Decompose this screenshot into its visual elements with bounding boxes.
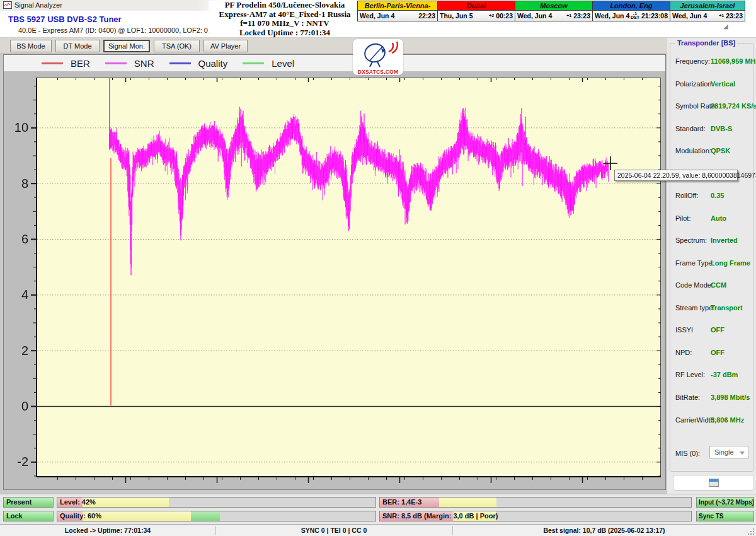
site-info-line-2: Express-AM7 at 40°E_Fixed-1 Russia — [209, 10, 361, 20]
transponder-row: ISSYIOFF — [670, 326, 754, 336]
transponder-row-value: Auto — [711, 214, 726, 222]
transponder-row: Frequency:11069,959 MHz — [670, 57, 754, 67]
level-bar: Level: 42% — [57, 497, 376, 508]
mis-label: MIS (0): — [675, 450, 700, 457]
site-info-line-3: f=11 070 MHz_V : NNTV — [209, 19, 361, 28]
lock-bar: Lock — [3, 511, 54, 521]
transponder-row-value: 3,806 MHz — [711, 416, 744, 424]
mis-dropdown[interactable]: Single — [709, 446, 748, 459]
ber-bar: BER: 1,4E-3 — [379, 497, 692, 508]
transponder-row-value: Long Frame — [711, 259, 750, 267]
zoom-grip-icon[interactable]: ◢ — [723, 23, 728, 30]
transponder-row-value: 2819,724 KS/s — [711, 102, 756, 110]
legend-line-icon — [42, 62, 63, 64]
clock-body: Wed, Jun 4-1DST21:23:08 — [593, 11, 670, 21]
chart-tooltip: 2025-06-04 22.20.59, value: 8,6000003814… — [614, 170, 738, 181]
tab-av-player[interactable]: AV Player — [203, 40, 248, 52]
clock-utc-offset: -1DST — [631, 12, 639, 20]
clock-time: 23:23 — [573, 12, 590, 20]
legend-line-icon — [169, 62, 191, 64]
quality-bar: Quality: 60% — [57, 511, 376, 521]
clock-body: Wed, Jun 422:23 — [358, 11, 437, 21]
clock-dubai: DubaiThu, Jun 5+200:23 — [438, 1, 515, 21]
clock-body: Wed, Jun 4+123:23 — [515, 11, 592, 21]
clock-city: Jerusalem-Israel — [670, 1, 745, 11]
transponder-row: CarrierWidth:3,806 MHz — [670, 416, 754, 426]
transponder-row-label: NPD: — [675, 349, 692, 356]
statusbar-section-1: Locked -> Uptime: 77:01:34 — [0, 525, 215, 536]
legend-label: SNR — [134, 58, 154, 69]
transponder-row-label: Polarization: — [675, 80, 714, 88]
clock-body: Thu, Jun 5+200:23 — [438, 11, 515, 21]
transponder-row: Symbol Rate:2819,724 KS/s — [670, 102, 754, 112]
list-icon — [709, 479, 719, 487]
transponder-row: Code Mode:CCM — [670, 281, 754, 291]
clock-date: Wed, Jun 4 — [672, 12, 707, 20]
ber-bar-label: BER: 1,4E-3 — [382, 498, 421, 506]
lock-bar-label: Lock — [6, 512, 23, 520]
satellite-dish-icon — [353, 39, 403, 68]
sync-bar-label: Sync TS — [699, 513, 723, 520]
clock-berlin-paris-vienna-roma: Berlin-Paris-Vienna-RomaWed, Jun 422:23 — [357, 1, 438, 21]
clock-date: Thu, Jun 5 — [440, 12, 473, 20]
statusbar-section-2: SYNC 0 | TEI 0 | CC 0 — [215, 525, 452, 536]
transponder-row: BitRate:3,898 Mbit/s — [670, 393, 754, 404]
level-bar-label: Level: 42% — [60, 498, 96, 506]
present-bar-label: Present — [6, 498, 32, 506]
transponder-row-label: Stream type: — [675, 304, 714, 312]
clock-utc-offset: +1 — [719, 14, 724, 18]
transponder-title: Transponder [BS] — [675, 39, 737, 47]
snr-bar: SNR: 8,5 dB (Margin: 3,0 dB | Poor) — [379, 511, 692, 521]
tab-bs-mode[interactable]: BS Mode — [10, 40, 52, 52]
status-bar: Locked -> Uptime: 77:01:34SYNC 0 | TEI 0… — [0, 524, 756, 536]
site-info-line-4: Locked Uptime : 77:01:34 — [209, 28, 361, 38]
header-strip: Signal Analyzer TBS 5927 USB DVB-S2 Tune… — [0, 0, 756, 38]
clock-time: 23:23 — [726, 12, 743, 20]
transponder-row: Modulation:QPSK — [670, 147, 754, 157]
transponder-row-value: DVB-S — [711, 125, 732, 132]
app-icon — [3, 1, 12, 9]
clock-city: Dubai — [438, 1, 515, 11]
legend-label: Quality — [198, 58, 228, 69]
signal-chart-canvas[interactable] — [6, 70, 665, 489]
transponder-row-value: 11069,959 MHz — [711, 57, 756, 65]
legend-label: BER — [71, 58, 90, 69]
tab-tsa-ok-[interactable]: TSA (OK) — [154, 40, 200, 52]
legend-line-icon — [243, 62, 264, 64]
clock-time: 22:23 — [418, 12, 435, 20]
transponder-row-value: OFF — [711, 349, 724, 356]
transponder-row-label: Code Mode: — [675, 281, 713, 289]
clock-utc-offset: +2 — [489, 14, 494, 18]
transponder-row: RF Level:-37 dBm — [670, 371, 754, 381]
status-bars-area: PresentLevel: 42%BER: 1,4E-3Input (~3,72… — [0, 494, 756, 524]
transponder-row-value: 0.35 — [711, 192, 724, 199]
transponder-row-value: Inverted — [711, 236, 738, 244]
service-list-button[interactable] — [673, 475, 754, 491]
chevron-down-icon — [740, 452, 745, 455]
transponder-row-value: OFF — [711, 326, 724, 334]
tuner-title: TBS 5927 USB DVB-S2 Tuner — [8, 15, 122, 24]
transponder-row-label: RF Level: — [675, 371, 705, 378]
legend-label: Level — [272, 58, 294, 69]
legend-line-icon — [105, 62, 127, 64]
transponder-row: Polarization:Vertical — [670, 80, 754, 90]
transponder-row-label: Frequency: — [675, 57, 710, 65]
transponder-row-value: 3,898 Mbit/s — [711, 393, 750, 401]
transponder-row-label: Spectrum: — [675, 236, 707, 244]
site-info-line-1: PF Prodelin 450/Lučenec-Slovakia — [209, 1, 361, 10]
clock-time: 21:23:08 — [641, 12, 668, 20]
transponder-row: Spectrum:Inverted — [670, 236, 754, 247]
present-bar: Present — [3, 497, 54, 508]
clock-time: 00:23 — [496, 12, 513, 20]
chart-legend: BERSNRQualityLevel — [4, 55, 665, 71]
statusbar-separator — [215, 526, 216, 535]
site-info-block: PF Prodelin 450/Lučenec-SlovakiaExpress-… — [209, 1, 361, 37]
tab-dt-mode[interactable]: DT Mode — [55, 40, 100, 52]
tab-signal-mon-[interactable]: Signal Mon. — [103, 40, 150, 52]
dxsatcs-logo: DXSATCS.COM — [353, 39, 403, 75]
transponder-groupbox: Transponder [BS] Frequency:11069,959 MHz… — [670, 43, 753, 472]
transponder-row: RollOff:0.35 — [670, 192, 754, 202]
transponder-row-value: -37 dBm — [711, 371, 738, 378]
legend-item-ber: BER — [42, 58, 90, 69]
transponder-row-label: Frame Type: — [675, 259, 714, 267]
